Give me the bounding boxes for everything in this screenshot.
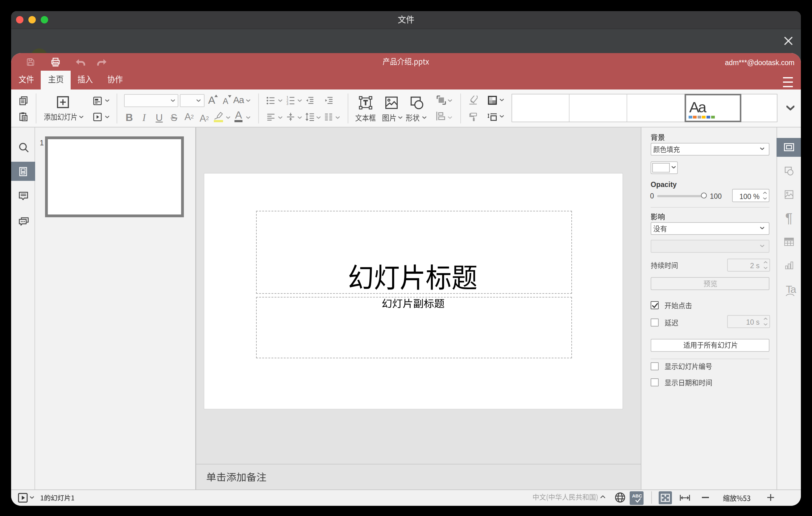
svg-text:3: 3 <box>287 102 288 105</box>
